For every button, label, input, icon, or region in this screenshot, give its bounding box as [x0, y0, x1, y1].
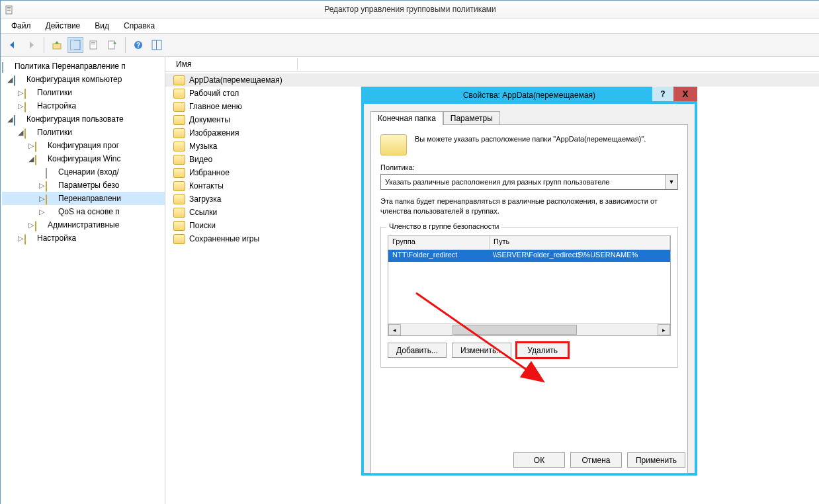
tree-root[interactable]: Политика Перенаправление п: [2, 60, 165, 73]
menu-help[interactable]: Справка: [117, 20, 161, 32]
tree-pane: Политика Перенаправление п ◢Конфигурация…: [1, 57, 165, 504]
list-item[interactable]: AppData(перемещаемая): [165, 73, 819, 87]
tree-user-config[interactable]: ◢Конфигурация пользовате: [2, 112, 165, 126]
svg-rect-6: [71, 40, 74, 50]
horizontal-scrollbar[interactable]: ◂ ▸: [388, 323, 670, 335]
svg-text:?: ?: [136, 42, 140, 49]
policy-label: Политика:: [380, 163, 678, 171]
up-button[interactable]: [49, 37, 65, 53]
tree-admin-templates[interactable]: ▷Административные: [2, 218, 165, 231]
menu-action[interactable]: Действие: [39, 20, 87, 32]
show-tree-button[interactable]: [67, 37, 83, 53]
policy-description: Эта папка будет перенаправляться в разли…: [380, 196, 678, 216]
list-header[interactable]: Имя: [165, 57, 819, 72]
help-button[interactable]: ?: [130, 37, 146, 53]
ok-button[interactable]: ОК: [513, 452, 565, 468]
back-button[interactable]: [5, 37, 21, 53]
tree-folder-redirection[interactable]: ▷Перенаправлени: [2, 192, 165, 205]
grid-row-selected[interactable]: NTT\Folder_redirect \\SERVER\Folder_redi…: [388, 250, 670, 262]
tree-comp-settings[interactable]: ▷Настройка: [2, 99, 165, 112]
svg-rect-8: [91, 42, 95, 43]
svg-rect-4: [53, 44, 61, 49]
app-icon: [5, 4, 15, 15]
svg-rect-7: [90, 41, 97, 49]
tree-user-settings[interactable]: ▷Настройка: [2, 231, 165, 245]
delete-button[interactable]: Удалить: [517, 343, 568, 358]
folder-icon: [380, 134, 407, 155]
filter-button[interactable]: [149, 37, 165, 53]
dialog-title: Свойства: AppData(перемещаемая): [463, 91, 595, 100]
membership-grid[interactable]: Группа Путь NTT\Folder_redirect \\SERVER…: [388, 235, 671, 336]
scroll-right-icon[interactable]: ▸: [658, 324, 670, 335]
tree-scripts[interactable]: Сценарии (вход/: [2, 165, 165, 179]
tree-software-config[interactable]: ▷Конфигурация прог: [2, 139, 165, 152]
policy-combo[interactable]: ▼: [380, 174, 678, 190]
svg-rect-9: [91, 44, 95, 44]
cancel-button[interactable]: Отмена: [570, 452, 622, 468]
tree-qos[interactable]: ▷QoS на основе п: [2, 205, 165, 218]
svg-rect-3: [7, 10, 11, 11]
scroll-left-icon[interactable]: ◂: [388, 324, 401, 335]
tree-windows-config[interactable]: ◢Конфигурация Winc: [2, 152, 165, 165]
titlebar: Редактор управления групповыми политикам…: [1, 1, 819, 19]
dialog-titlebar[interactable]: Свойства: AppData(перемещаемая) ? X: [361, 87, 697, 104]
tab-target[interactable]: Конечная папка: [370, 111, 443, 125]
dialog-help-button[interactable]: ?: [652, 87, 673, 101]
security-membership-group: Членство в группе безопасности Группа Пу…: [380, 227, 678, 368]
properties-dialog: Свойства: AppData(перемещаемая) ? X Коне…: [361, 87, 697, 476]
tree-user-policies[interactable]: ◢Политики: [2, 126, 165, 139]
window-title: Редактор управления групповыми политикам…: [324, 5, 496, 14]
tabstrip: Конечная папка Параметры: [364, 104, 695, 124]
svg-rect-14: [156, 40, 157, 50]
svg-rect-10: [108, 41, 114, 49]
toolbar-separator: [44, 37, 44, 53]
forward-button[interactable]: [23, 37, 39, 53]
svg-rect-1: [7, 7, 11, 8]
policy-value[interactable]: [381, 178, 665, 186]
scroll-thumb[interactable]: [453, 325, 577, 335]
menu-view[interactable]: Вид: [88, 20, 116, 32]
tab-params[interactable]: Параметры: [443, 111, 500, 125]
col-path[interactable]: Путь: [490, 236, 670, 249]
svg-rect-2: [7, 9, 11, 9]
group-legend: Членство в группе безопасности: [386, 222, 501, 230]
menu-file[interactable]: Файл: [5, 20, 38, 32]
gpmc-window: Редактор управления групповыми политикам…: [0, 0, 819, 504]
toolbar: ?: [1, 34, 819, 57]
dropdown-icon[interactable]: ▼: [665, 175, 677, 189]
col-group[interactable]: Группа: [388, 236, 490, 249]
toolbar-separator-2: [125, 37, 126, 53]
tree-computer-config[interactable]: ◢Конфигурация компьютер: [2, 73, 165, 86]
tree-security[interactable]: ▷Параметры безо: [2, 179, 165, 192]
edit-button[interactable]: Изменить...: [452, 343, 511, 358]
intro-text: Вы можете указать расположение папки "Ap…: [415, 134, 646, 144]
dialog-close-button[interactable]: X: [673, 87, 697, 101]
menubar: Файл Действие Вид Справка: [1, 19, 819, 34]
tab-page-target: Вы можете указать расположение папки "Ap…: [370, 124, 688, 474]
apply-button[interactable]: Применить: [627, 452, 685, 468]
export-button[interactable]: [105, 37, 120, 53]
tree-comp-policies[interactable]: ▷Политики: [2, 86, 165, 99]
add-button[interactable]: Добавить...: [388, 343, 447, 358]
properties-button[interactable]: [86, 37, 102, 53]
